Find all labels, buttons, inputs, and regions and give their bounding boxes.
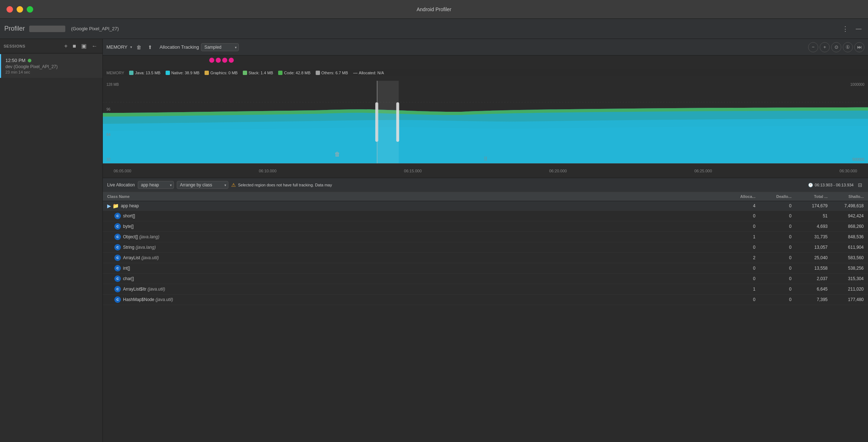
session-item[interactable]: 12:50 PM dev (Google Pixel_API_27) 23 mi… (0, 54, 102, 78)
table-header: Class Name Alloca... Deallo... Total ...… (103, 192, 868, 201)
y-r-500000: 500000 (850, 158, 864, 162)
table-row[interactable]: C char[] 0 0 2,037 315,304 (103, 274, 868, 284)
table-row[interactable]: C String (java.lang) 0 0 13,057 611,904 (103, 242, 868, 253)
device-input[interactable] (29, 26, 65, 32)
class-icon: C (114, 213, 121, 219)
live-alloc-label: Live Allocation (107, 182, 135, 187)
td-dealloc: 0 (755, 266, 792, 271)
minimize-button[interactable] (17, 6, 23, 13)
th-shallow[interactable]: Shallo... (828, 194, 864, 199)
close-button[interactable] (6, 6, 13, 13)
td-shallow: 583,560 (828, 255, 864, 260)
td-dealloc: 0 (755, 255, 792, 260)
close-panel-button[interactable]: — (854, 24, 864, 34)
event-dot-4 (229, 58, 234, 63)
table-row[interactable]: C ArrayList$Itr (java.util) 1 0 6,645 21… (103, 284, 868, 295)
class-icon: C (114, 296, 121, 303)
native-label: Native: 38.9 MB (171, 71, 200, 75)
zoom-out-button[interactable]: − (808, 42, 818, 52)
class-name-text: app heap (121, 203, 139, 208)
th-alloc[interactable]: Alloca... (719, 194, 755, 199)
class-name-text: ArrayList$Itr (java.util) (123, 287, 165, 292)
others-swatch (316, 71, 320, 75)
zoom-in-button[interactable]: + (820, 42, 830, 52)
allocated-swatch (353, 73, 358, 74)
session-duration: 23 min 14 sec (5, 70, 98, 74)
class-name-text: short[] (123, 213, 135, 218)
filter-button[interactable]: ⊟ (856, 181, 864, 189)
menu-button[interactable]: ⋮ (840, 23, 851, 34)
table-container[interactable]: Class Name Alloca... Deallo... Total ...… (103, 192, 868, 442)
allocation-toolbar: Live Allocation app heap image heap zygo… (103, 178, 868, 192)
heap-select[interactable]: app heap image heap zygote heap (138, 181, 174, 189)
svg-rect-4 (377, 81, 399, 163)
session-time: 12:50 PM (5, 58, 98, 63)
td-shallow: 611,904 (828, 245, 864, 250)
th-total[interactable]: Total ... (792, 194, 828, 199)
time-labels: 06:05.000 06:10.000 06:15.000 06:20.000 … (106, 169, 864, 173)
time-5: 06:30.000 (839, 169, 857, 173)
export-button[interactable]: ⬆ (146, 43, 154, 51)
sampled-select[interactable]: Sampled Instrumented (201, 43, 239, 51)
td-class-name: C short[] (107, 213, 719, 219)
td-alloc: 0 (719, 224, 755, 229)
event-dot-1 (209, 58, 214, 63)
td-class-name: C char[] (107, 275, 719, 282)
split-button[interactable]: ▣ (80, 42, 88, 50)
y-32: 32 (106, 158, 119, 162)
skip-end-button[interactable]: ⏭ (854, 42, 864, 52)
td-total: 31,735 (792, 234, 828, 239)
class-name-text: ArrayList (java.util) (123, 255, 159, 260)
table-row[interactable]: C HashMap$Node (java.util) 0 0 7,395 177… (103, 295, 868, 305)
td-total: 7,395 (792, 297, 828, 302)
delete-recording-button[interactable]: 🗑 (134, 43, 144, 51)
add-session-button[interactable]: + (63, 42, 69, 50)
time-0: 06:05.000 (114, 169, 131, 173)
maximize-button[interactable] (27, 6, 33, 13)
code-swatch (278, 71, 282, 75)
table-body: ▶ 📁 app heap 4 0 174,679 7,498,618 C sho… (103, 201, 868, 305)
legend-others: Others: 6.7 MB (316, 71, 348, 75)
td-class-name: C int[] (107, 265, 719, 271)
table-row[interactable]: C int[] 0 0 13,558 538,256 (103, 263, 868, 274)
td-alloc: 0 (719, 276, 755, 281)
td-class-name: C ArrayList$Itr (java.util) (107, 286, 719, 292)
y-axis-left: 128 MB 96 64 32 (106, 83, 119, 162)
td-dealloc: 0 (755, 245, 792, 250)
td-alloc: 0 (719, 245, 755, 250)
traffic-lights (0, 6, 33, 13)
time-1: 06:10.000 (259, 169, 276, 173)
td-shallow: 868,260 (828, 224, 864, 229)
class-icon: C (114, 234, 121, 240)
td-alloc: 0 (719, 213, 755, 218)
stop-session-button[interactable]: ■ (71, 42, 78, 50)
class-name-text: Object[] (java.lang) (123, 234, 159, 239)
back-button[interactable]: ← (90, 42, 99, 50)
zoom-reset-button[interactable]: ① (843, 42, 853, 52)
zoom-fit-button[interactable]: ⊙ (831, 42, 841, 52)
title-bar: Android Profiler (0, 0, 868, 19)
table-row[interactable]: C short[] 0 0 51 942,424 (103, 211, 868, 221)
others-label: Others: 6.7 MB (321, 71, 348, 75)
table-row[interactable]: C Object[] (java.lang) 1 0 31,735 848,53… (103, 232, 868, 242)
class-name-text: int[] (123, 266, 130, 271)
mem-legend-label: MEMORY (106, 71, 124, 75)
session-device: dev (Google Pixel_API_27) (5, 64, 98, 69)
td-total: 51 (792, 213, 828, 218)
table-row[interactable]: ▶ 📁 app heap 4 0 174,679 7,498,618 (103, 201, 868, 211)
legend-graphics: Graphics: 0 MB (205, 71, 238, 75)
table-row[interactable]: C byte[] 0 0 4,693 868,260 (103, 221, 868, 232)
arrange-select[interactable]: Arrange by class Arrange by callstack Ar… (177, 181, 228, 189)
drag-handle[interactable]: ⠿ (484, 156, 487, 162)
chart-canvas[interactable]: 🗑 (103, 81, 868, 163)
table-row[interactable]: C ArrayList (java.util) 2 0 25,040 583,5… (103, 253, 868, 263)
class-icon: C (114, 275, 121, 282)
svg-rect-6 (396, 102, 399, 142)
td-total: 2,037 (792, 276, 828, 281)
event-dot-3 (222, 58, 227, 63)
th-dealloc[interactable]: Deallo... (755, 194, 792, 199)
arrange-select-wrapper: Arrange by class Arrange by callstack Ar… (177, 181, 228, 189)
td-dealloc: 0 (755, 287, 792, 292)
allocation-panel: Live Allocation app heap image heap zygo… (103, 178, 868, 442)
td-class-name: C Object[] (java.lang) (107, 234, 719, 240)
